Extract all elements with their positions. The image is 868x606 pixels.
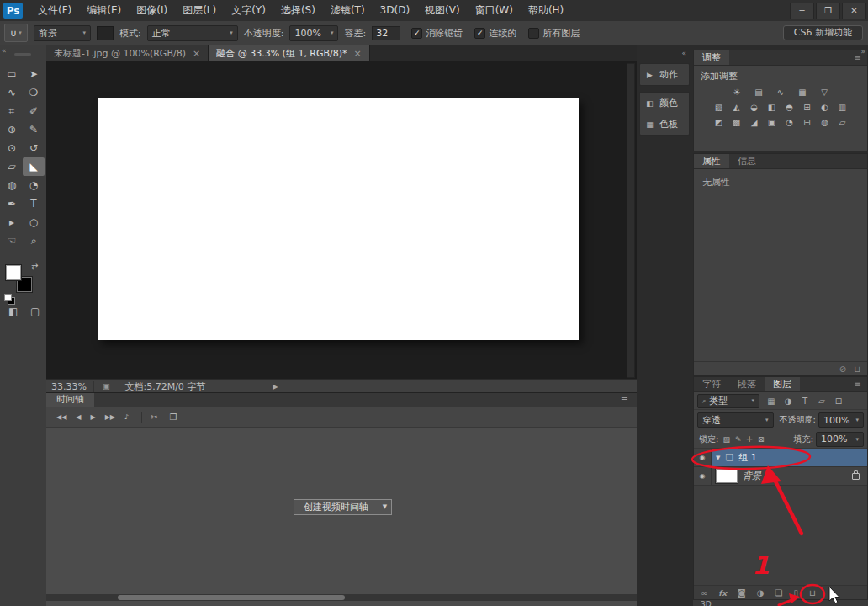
panel-tab[interactable]: 字符 — [694, 377, 729, 391]
invert-adjustment[interactable]: ◐ — [818, 101, 832, 114]
path-selection-tool[interactable]: ▸ — [1, 213, 23, 231]
collapse-toolbar-icon[interactable]: « — [2, 46, 7, 55]
mute-audio-button[interactable]: ♪ — [124, 413, 129, 421]
eyedropper-tool[interactable]: ✐ — [23, 102, 45, 120]
swatches-panel-icon[interactable]: ▦ 色板 — [640, 114, 689, 135]
shape-tool[interactable]: ○ — [23, 213, 45, 231]
screen-mode-icon[interactable]: ▢ — [30, 306, 40, 317]
posterize-adjustment[interactable]: ▥ — [835, 101, 849, 114]
timeline-mode-dropdown[interactable]: ▼ — [378, 499, 392, 515]
canvas-surface[interactable] — [98, 98, 579, 340]
type-tool[interactable]: T — [23, 194, 45, 213]
blend-mode-dropdown[interactable]: 穿透 ▾ — [697, 412, 774, 428]
layer-row-group-1[interactable]: ◉ ▼ ❏ 组 1 — [694, 449, 867, 467]
layer-effects-button[interactable]: fx — [718, 589, 727, 598]
minimize-button[interactable]: ─ — [790, 3, 814, 19]
photo-filter-adjustment[interactable]: ◧ — [765, 101, 779, 114]
properties-tab[interactable]: 属性 — [694, 154, 729, 168]
menu-item[interactable]: 选择(S) — [273, 0, 323, 21]
layer-thumbnail[interactable] — [716, 469, 738, 483]
gradient-map-adjustment[interactable]: ▩ — [729, 116, 744, 129]
hand-tool[interactable]: ☜ — [1, 231, 23, 250]
panel-tab[interactable]: 段落 — [729, 377, 765, 391]
lock-transparent-pixels-icon[interactable]: ▨ — [722, 435, 730, 444]
checkbox-box[interactable] — [528, 28, 539, 39]
selective-color-adjustment[interactable]: ◢ — [747, 116, 761, 129]
adjustment-icon-8[interactable]: ▱ — [835, 116, 849, 129]
history-brush-tool[interactable]: ↺ — [23, 139, 45, 157]
menu-item[interactable]: 文字(Y) — [224, 0, 273, 21]
split-clip-icon[interactable]: ✂ — [151, 412, 157, 422]
brightness-contrast-adjustment[interactable]: ☀ — [730, 86, 744, 98]
channel-mixer-adjustment[interactable]: ◓ — [782, 101, 797, 114]
menu-item[interactable]: 编辑(E) — [79, 0, 129, 21]
tool-preset-picker[interactable]: ∪ ▾ — [4, 24, 28, 42]
link-layers-button[interactable]: ∞ — [701, 588, 707, 598]
visibility-eye-icon[interactable]: ◉ — [694, 449, 712, 466]
dodge-tool[interactable]: ◔ — [23, 176, 45, 194]
properties-tab[interactable]: 信息 — [729, 154, 765, 168]
hue-saturation-adjustment[interactable]: ▧ — [712, 101, 726, 114]
vertical-scrollbar[interactable] — [627, 63, 635, 378]
black-white-adjustment[interactable]: ◒ — [747, 101, 761, 114]
panel-menu-icon[interactable]: ≡ — [855, 377, 861, 391]
color-balance-adjustment[interactable]: ◭ — [729, 101, 744, 114]
menu-item[interactable]: 滤镜(T) — [323, 0, 373, 21]
play-button[interactable]: ▶ — [90, 413, 95, 421]
adjustment-icon-6[interactable]: ⊟ — [800, 116, 814, 129]
threshold-adjustment[interactable]: ◩ — [712, 116, 726, 129]
menu-item[interactable]: 图层(L) — [175, 0, 224, 21]
checkbox-box[interactable]: ✓ — [474, 28, 485, 39]
filter-type-dropdown[interactable]: ⌕ 类型 ▾ — [697, 394, 760, 408]
layer-opacity-dropdown[interactable]: 100% ▾ — [818, 412, 864, 428]
status-expand-icon[interactable]: ▶ — [273, 383, 278, 391]
adjustment-layer-filter[interactable]: ◑ — [782, 396, 794, 406]
brush-tool[interactable]: ✎ — [23, 120, 45, 139]
crop-tool[interactable]: ⌗ — [1, 102, 23, 120]
checkbox-box[interactable]: ✓ — [411, 28, 422, 39]
blend-mode-dropdown[interactable]: 正常 ▾ — [147, 25, 238, 41]
move-tool[interactable]: ➤ — [23, 65, 45, 83]
delete-properties-icon[interactable]: ⊔ — [854, 364, 860, 374]
close-button[interactable]: ✕ — [842, 3, 866, 19]
document-tab[interactable]: 未标题-1.jpg @ 100%(RGB/8) × — [46, 45, 209, 61]
swap-colors-icon[interactable]: ⇄ — [31, 262, 38, 271]
fill-dropdown[interactable]: 100% ▾ — [816, 432, 864, 447]
adjustment-icon-4[interactable]: ▣ — [765, 116, 779, 129]
fill-source-dropdown[interactable]: 前景 ▾ — [34, 25, 91, 41]
panel-tab[interactable]: 图层 — [765, 377, 800, 391]
close-tab-icon[interactable]: × — [193, 48, 200, 59]
timeline-scrollbar-thumb[interactable] — [118, 595, 345, 600]
panel-menu-icon[interactable]: ≡ — [621, 393, 628, 407]
lock-position-icon[interactable]: ✛ — [746, 435, 753, 444]
contiguous-checkbox[interactable]: ✓ 连续的 — [474, 27, 516, 40]
type-layer-filter[interactable]: T — [799, 396, 811, 406]
menu-item[interactable]: 窗口(W) — [468, 0, 521, 21]
document-tab[interactable]: 融合 @ 33.3% (组 1, RGB/8)* × — [209, 45, 370, 61]
menu-item[interactable]: 帮助(H) — [521, 0, 571, 21]
vibrance-adjustment[interactable]: ▽ — [818, 86, 832, 98]
new-layer-button[interactable]: ▯ — [793, 588, 798, 598]
menu-item[interactable]: 文件(F) — [30, 0, 79, 21]
delete-layer-button[interactable]: ⊔ — [809, 588, 816, 598]
toolbar-grip[interactable] — [14, 53, 31, 56]
paint-bucket-tool[interactable]: ◣ — [23, 157, 45, 176]
disclosure-triangle-icon[interactable]: ▼ — [716, 454, 720, 461]
shape-layer-filter[interactable]: ▱ — [816, 396, 828, 406]
expand-dock-icon[interactable]: » — [860, 47, 865, 56]
new-adjustment-layer-button[interactable]: ◑ — [757, 588, 765, 598]
quick-selection-tool[interactable]: ❍ — [23, 83, 45, 102]
pattern-picker[interactable] — [97, 26, 114, 40]
zoom-tool[interactable]: ⌕ — [23, 231, 45, 250]
quick-mask-mode-icon[interactable]: ◧ — [8, 306, 18, 317]
maximize-button[interactable]: ❐ — [816, 3, 840, 19]
lasso-tool[interactable]: ∿ — [1, 83, 23, 102]
lock-all-icon[interactable]: ⊠ — [758, 435, 765, 444]
close-tab-icon[interactable]: × — [354, 48, 362, 59]
cs6-new-features-button[interactable]: CS6 新增功能 — [783, 25, 863, 40]
collapse-dock-icon[interactable]: « — [681, 49, 686, 57]
blur-tool[interactable]: ◍ — [1, 176, 23, 194]
lock-image-pixels-icon[interactable]: ✎ — [735, 435, 742, 444]
clip-to-layer-icon[interactable]: ⊘ — [839, 364, 846, 374]
menu-item[interactable]: 3D(D) — [373, 0, 417, 21]
